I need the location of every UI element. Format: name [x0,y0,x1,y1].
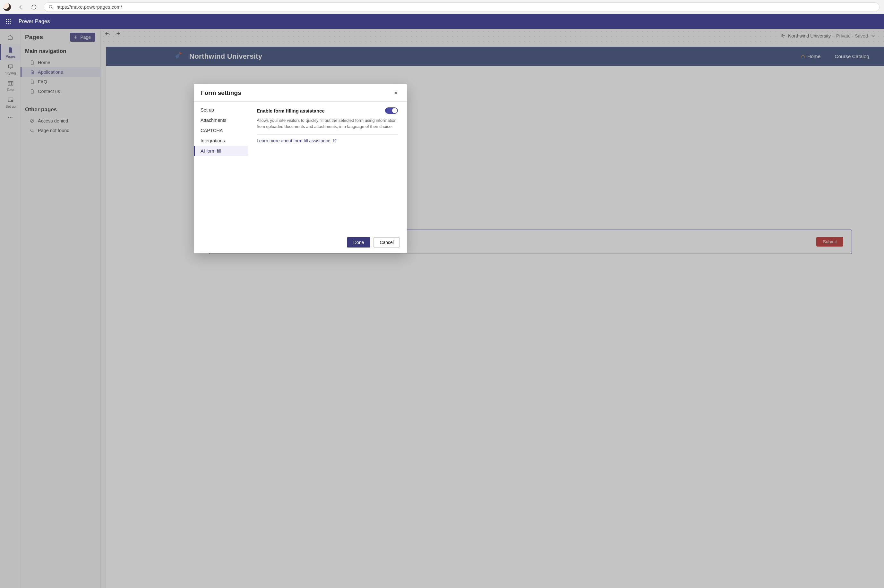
modal-nav-ai-form-fill[interactable]: AI form fill [194,146,248,156]
modal-nav-setup[interactable]: Set up [194,105,248,115]
setting-title: Enable form filling assistance [257,108,325,114]
profile-avatar[interactable] [3,3,11,11]
setting-description: Allows your site visitors to quickly fil… [257,118,398,135]
app-launcher-icon[interactable] [6,19,11,24]
address-bar[interactable]: https://make.powerpages.com/ [44,2,879,12]
form-settings-modal: Form settings Set up Attachments CAPTCHA… [194,84,407,253]
back-button[interactable] [17,3,24,11]
svg-point-0 [50,6,52,8]
modal-footer: Done Cancel [194,233,407,253]
done-button[interactable]: Done [347,237,370,248]
modal-nav-attachments[interactable]: Attachments [194,115,248,125]
refresh-button[interactable] [30,3,38,11]
modal-nav: Set up Attachments CAPTCHA Integrations … [194,102,248,233]
cancel-button[interactable]: Cancel [373,237,400,248]
modal-nav-integrations[interactable]: Integrations [194,136,248,146]
learn-more-link[interactable]: Learn more about form fill assistance [257,138,337,143]
modal-scrim[interactable] [0,29,884,588]
learn-link-label: Learn more about form fill assistance [257,138,331,143]
search-icon [48,4,53,9]
app-bar: Power Pages [0,14,884,29]
close-icon [394,91,398,95]
url-text: https://make.powerpages.com/ [57,4,122,10]
modal-content: Enable form filling assistance Allows yo… [248,102,407,233]
enable-assistance-toggle[interactable] [385,107,398,114]
external-link-icon [332,138,337,143]
modal-close-button[interactable] [392,89,400,97]
app-title: Power Pages [19,19,50,24]
browser-chrome: https://make.powerpages.com/ [0,0,884,14]
modal-title: Form settings [201,90,241,96]
modal-nav-captcha[interactable]: CAPTCHA [194,125,248,136]
